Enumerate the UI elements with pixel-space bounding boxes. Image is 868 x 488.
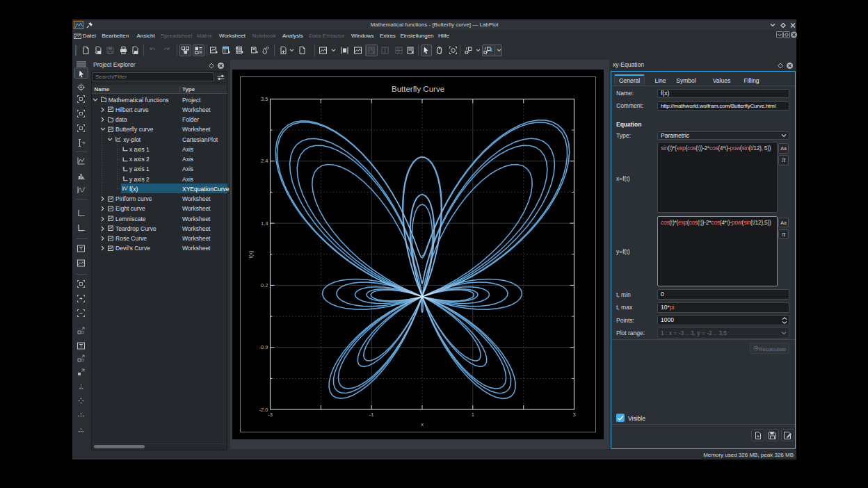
- svg-text:f(x): f(x): [248, 250, 254, 258]
- svg-text:3.5: 3.5: [261, 96, 268, 102]
- svg-text:-1: -1: [369, 412, 374, 418]
- svg-text:-0.9: -0.9: [259, 344, 268, 350]
- svg-text:3: 3: [572, 412, 575, 418]
- svg-text:-2.0: -2.0: [259, 407, 268, 413]
- svg-text:0.2: 0.2: [261, 282, 268, 288]
- svg-text:1.3: 1.3: [261, 220, 268, 227]
- svg-text:x: x: [421, 421, 424, 428]
- svg-text:Butterfly Curve: Butterfly Curve: [392, 85, 444, 93]
- svg-text:2.4: 2.4: [261, 158, 268, 164]
- svg-text:1: 1: [472, 412, 474, 418]
- svg-text:-3: -3: [268, 412, 273, 418]
